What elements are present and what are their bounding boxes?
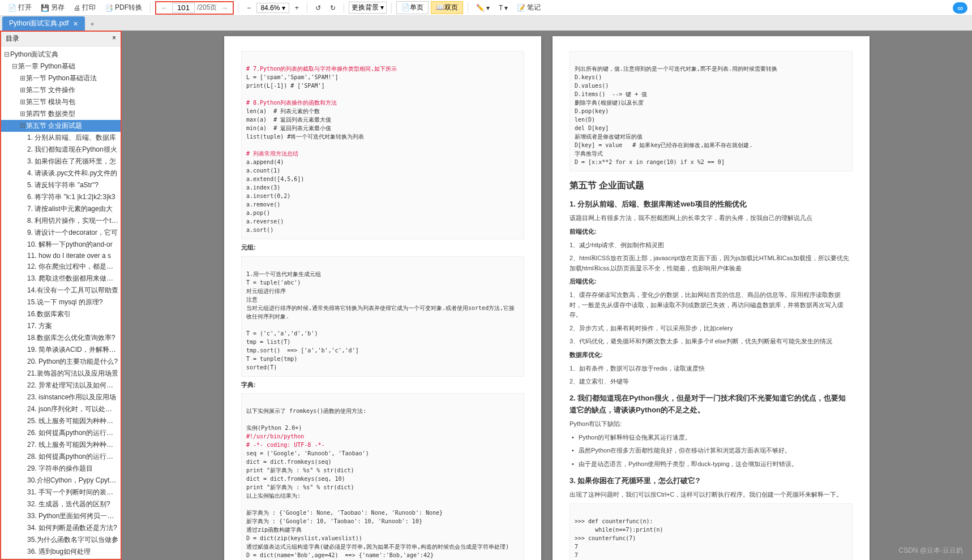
separator xyxy=(238,3,239,13)
label: 前端优化: xyxy=(570,227,853,237)
tree-section-selected[interactable]: ⊟第五节 企业面试题 xyxy=(1,120,121,132)
tree-item[interactable]: 24. json序列化时，可以处理的 xyxy=(1,403,121,415)
open-icon: 📄 xyxy=(8,4,16,12)
change-background-dropdown[interactable]: 更换背景 ▾ xyxy=(349,2,387,14)
tree-item[interactable]: 2. 我们都知道现在Python很火 xyxy=(1,144,121,156)
watermark: CSDN @豆本-豆豆奶 xyxy=(898,546,963,555)
separator xyxy=(150,3,151,13)
tree-item[interactable]: 17. 方案 xyxy=(1,320,121,332)
text-button[interactable]: T▾ xyxy=(495,3,511,13)
tree-item[interactable]: 21.装饰器的写法以及应用场景 xyxy=(1,368,121,380)
zoom-level-dropdown[interactable]: 84.6% ▾ xyxy=(256,3,289,13)
paragraph: 1、如有条件，数据可以存放于redis，读取速度快 xyxy=(570,364,853,374)
tree-item[interactable]: 4. 请谈谈.pyc文件和.py文件的 xyxy=(1,167,121,179)
page-right: 列出所有的键，值.注意得到的是一个可迭代对象,而不是列表.用的时候需要转换 D.… xyxy=(553,36,870,560)
tree-item[interactable]: 29. 字符串的操作题目 xyxy=(1,463,121,475)
sidebar-title: 目录 xyxy=(6,34,19,44)
code-block: 以下实例展示了 fromkeys()函数的使用方法: 实例(Python 2.0… xyxy=(241,393,524,560)
tree-item[interactable]: 3. 如果你困在了死循环里，怎 xyxy=(1,156,121,167)
tree-item[interactable]: 12. 你在爬虫过程中，都是怎么 xyxy=(1,261,121,273)
separator xyxy=(468,3,468,13)
tree-item[interactable]: 18.数据库怎么优化查询效率? xyxy=(1,332,121,344)
code-block: >>> def counterfunc(n): while(n==7):prin… xyxy=(570,503,853,560)
separator xyxy=(391,3,392,13)
highlight-button[interactable]: ✏️▾ xyxy=(473,3,493,13)
tree-item[interactable]: 26. 如何提高python的运行效率 xyxy=(1,427,121,439)
print-button[interactable]: 🖨打印 xyxy=(70,2,99,14)
pdf-convert-button[interactable]: 📑PDF转换 xyxy=(101,2,145,14)
tree-item[interactable]: 13. 爬取这些数据都用来做什么 xyxy=(1,273,121,285)
savecopy-button[interactable]: 💾另存 xyxy=(37,2,68,14)
tree-section[interactable]: ⊞第一节 Python基础语法 xyxy=(1,72,121,84)
tree-item[interactable]: 31. 手写一个判断时间的装饰器 xyxy=(1,486,121,498)
tree-item[interactable]: 37.分别从前端、后端、数据库 xyxy=(1,558,121,559)
tree-item[interactable]: 19. 简单谈谈ACID，并解释每一 xyxy=(1,344,121,356)
paragraph: 3、代码优化，避免循环和判断次数太多，如果多个if else判断，优先判断最有可… xyxy=(570,337,853,347)
page-number-input[interactable] xyxy=(172,3,195,13)
tree-item[interactable]: 14.有没有一个工具可以帮助查 xyxy=(1,285,121,296)
tree-item[interactable]: 9. 请设计一个decorator，它可 xyxy=(1,227,121,239)
tree-item[interactable]: 32. 生成器，迭代器的区别? xyxy=(1,498,121,510)
paragraph: 出现了这种问题时，我们可以按Ctrl+C，这样可以打断执行程序。我们创建一个死循… xyxy=(570,490,853,500)
tree-section[interactable]: ⊞第二节 文件操作 xyxy=(1,84,121,96)
note-button[interactable]: 📝笔记 xyxy=(513,2,544,14)
tuple-heading: 元组: xyxy=(241,243,524,253)
paragraph: 2、异步方式，如果有耗时操作，可以采用异步，比如celery xyxy=(570,324,853,334)
tree-item[interactable]: 36. 遇到bug如何处理 xyxy=(1,546,121,558)
paragraph: 1、减少http请求、例如制作精灵图 xyxy=(570,240,853,251)
tree-item[interactable]: 27. 线上服务可能因为种种原因 xyxy=(1,439,121,451)
single-page-button[interactable]: 📄单页 xyxy=(396,1,429,14)
tree-item[interactable]: 5. 请反转字符串 "aStr"? xyxy=(1,179,121,191)
prev-page-button[interactable]: ← xyxy=(157,3,172,12)
label: 数据库优化: xyxy=(570,350,853,360)
page-viewport[interactable]: # 7.Python的列表的截取与字符串操作类型相同,如下所示 L = ['sp… xyxy=(122,31,972,560)
tree-item[interactable]: 28. 如何提高python的运行效率 xyxy=(1,451,121,463)
tree-item[interactable]: 15.说一下 mysql 的原理? xyxy=(1,296,121,308)
tree-item[interactable]: 11. how do I iterate over a s xyxy=(1,251,121,261)
tree-item[interactable]: 16.数据库索引 xyxy=(1,308,121,320)
tree-section[interactable]: ⊞第三节 模块与包 xyxy=(1,96,121,108)
zoom-in-button[interactable]: + xyxy=(292,3,302,13)
add-tab-button[interactable]: + xyxy=(85,18,100,31)
save-icon: 💾 xyxy=(41,4,49,12)
separator xyxy=(344,3,344,13)
tree-section[interactable]: ⊞第四节 数据类型 xyxy=(1,108,121,120)
tree-item[interactable]: 25. 线上服务可能因为种种原因 xyxy=(1,415,121,427)
question-title: 1. 分别从前端、后端、数据库阐述web项目的性能优化 xyxy=(570,199,853,210)
paragraph: 2、html和CSS放在页面上部，javascript放在页面下面，因为js加载… xyxy=(570,253,853,273)
code-block: 1.用一个可迭代对象生成元组 T = tuple('abc') 对元组进行排序 … xyxy=(241,256,524,377)
tab-close-button[interactable]: × xyxy=(73,19,78,28)
question-title: 3. 如果你困在了死循环里，怎么打破它? xyxy=(570,475,853,487)
code-block: 列出所有的键，值.注意得到的是一个可迭代对象,而不是列表.用的时候需要转换 D.… xyxy=(570,51,853,171)
tree-item[interactable]: 33. Python里面如何拷贝一个对 xyxy=(1,510,121,522)
tree-item[interactable]: 22. 异常处理写法以及如何主动 xyxy=(1,380,121,391)
separator xyxy=(307,3,307,13)
open-button[interactable]: 📄打开 xyxy=(5,2,35,14)
tree-item[interactable]: 34. 如何判断是函数还是方法? xyxy=(1,522,121,534)
rotate-right-button[interactable]: ↻ xyxy=(327,3,339,13)
paragraph: 1、缓存存储读写次数高，变化少的数据，比如网站首页的信息、商品的信息等。应用程序… xyxy=(570,290,853,320)
tree-item[interactable]: 10. 解释一下python的and-or xyxy=(1,239,121,251)
tree-item[interactable]: 20. Python的主要功能是什么? xyxy=(1,356,121,368)
tree-item[interactable]: 23. isinstance作用以及应用场 xyxy=(1,391,121,403)
tree-chapter[interactable]: ⊟第一章 Python基础 xyxy=(1,61,121,72)
paragraph: 该题目网上有很多方法，我不想截图网上的长串文字，看的头疼，按我自己的理解说几点 xyxy=(570,213,853,223)
tree-root[interactable]: ⊟Python面试宝典 xyxy=(1,49,121,61)
tree-item[interactable]: 8. 利用切片操作，实现一个trim xyxy=(1,215,121,227)
double-page-button[interactable]: 📖双页 xyxy=(431,1,463,14)
page-left: # 7.Python的列表的截取与字符串操作类型相同,如下所示 L = ['sp… xyxy=(224,36,541,560)
rotate-left-button[interactable]: ↺ xyxy=(312,3,324,13)
logo-badge[interactable]: ∞ xyxy=(953,2,967,14)
tree-item[interactable]: 7. 请按alist中元素的age由大 xyxy=(1,203,121,215)
next-page-button[interactable]: → xyxy=(217,3,232,12)
document-tab[interactable]: Python面试宝典.pdf × xyxy=(2,16,85,31)
tree-item[interactable]: 30.介绍Cython，Pypy Cpython xyxy=(1,475,121,486)
dict-heading: 字典: xyxy=(241,380,524,390)
tree-item[interactable]: 35.为什么函数名字可以当做参 xyxy=(1,534,121,546)
tree-item[interactable]: 1. 分别从前端、后端、数据库 xyxy=(1,132,121,144)
pdf-icon: 📑 xyxy=(105,4,113,12)
tree-item[interactable]: 6. 将字符串 "k:1 |k1:2|k2:3|k3 xyxy=(1,191,121,203)
zoom-out-button[interactable]: − xyxy=(243,3,254,13)
outline-sidebar: 目录 × ⊟Python面试宝典 ⊟第一章 Python基础 ⊞第一节 Pyth… xyxy=(0,31,122,560)
sidebar-close-button[interactable]: × xyxy=(112,34,116,44)
